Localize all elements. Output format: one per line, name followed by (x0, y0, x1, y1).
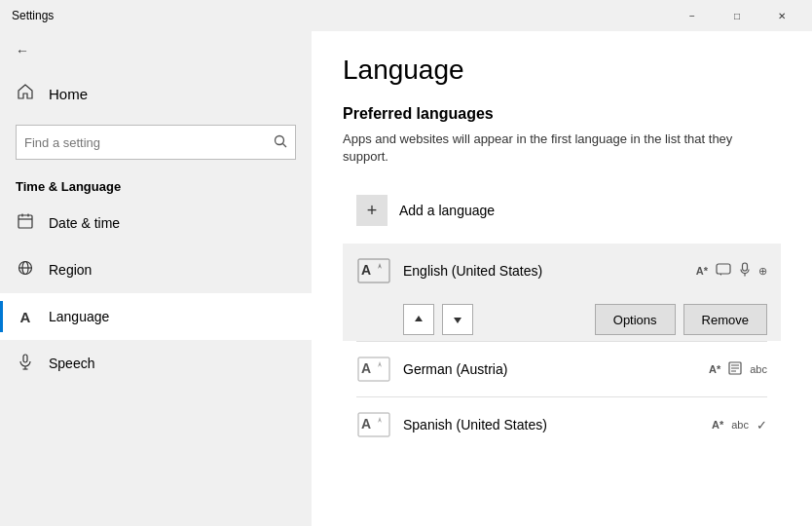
section-description: Apps and websites will appear in the fir… (343, 131, 781, 166)
title-bar-title: Settings (12, 9, 54, 22)
spanish-lang-name: Spanish (United States) (403, 417, 712, 432)
sidebar-label-language: Language (49, 309, 109, 324)
speech-icon (16, 353, 35, 374)
sidebar: ← Home Time & Language (0, 31, 312, 526)
sidebar-label-speech: Speech (49, 356, 94, 371)
plus-icon: + (356, 195, 388, 226)
language-controls: Options Remove (343, 298, 781, 341)
svg-text:A: A (361, 262, 371, 278)
german-feat-text: A* (709, 363, 720, 375)
region-icon (16, 259, 35, 281)
english-feat-mic (739, 262, 751, 281)
home-icon (16, 83, 35, 104)
language-item-german[interactable]: A German (Austria) A* abc (343, 342, 781, 396)
title-bar-controls: − □ ✕ (670, 0, 804, 31)
german-lang-icon: A (356, 352, 391, 387)
language-item-english[interactable]: A English (United States) A* (343, 244, 781, 298)
svg-rect-14 (717, 264, 730, 274)
spanish-feat-text: A* (712, 419, 723, 431)
english-feat-chat (716, 263, 731, 280)
search-icon (274, 134, 287, 151)
remove-button[interactable]: Remove (683, 304, 767, 335)
svg-text:A: A (361, 360, 371, 376)
sidebar-item-speech[interactable]: Speech (0, 340, 312, 387)
english-lang-name: English (United States) (403, 263, 696, 279)
spanish-feat-abc: abc (731, 419, 749, 431)
sidebar-label-date-time: Date & time (49, 215, 120, 231)
minimize-button[interactable]: − (670, 0, 715, 31)
back-arrow-icon: ← (16, 43, 29, 58)
home-nav-item[interactable]: Home (0, 70, 312, 117)
spanish-lang-icon: A (356, 407, 391, 442)
sidebar-section-title: Time & Language (0, 168, 312, 200)
spanish-lang-features: A* abc ✓ (712, 418, 767, 432)
move-up-button[interactable] (403, 304, 434, 335)
add-language-button[interactable]: + Add a language (343, 185, 508, 236)
search-input[interactable] (24, 135, 274, 150)
title-bar-left: Settings (8, 9, 670, 22)
english-feat-extra: ⊕ (758, 265, 767, 278)
options-button[interactable]: Options (595, 304, 676, 335)
main-panel: Language Preferred languages Apps and we… (312, 31, 812, 526)
language-item-spanish[interactable]: A Spanish (United States) A* abc ✓ (343, 397, 781, 452)
app-body: ← Home Time & Language (0, 31, 812, 526)
german-feat-edit (728, 361, 742, 378)
add-language-label: Add a language (399, 203, 495, 218)
svg-rect-2 (18, 215, 32, 228)
english-lang-features: A* ⊕ (696, 262, 767, 281)
preferred-languages-title: Preferred languages (343, 105, 781, 123)
search-box[interactable] (16, 125, 296, 160)
sidebar-label-region: Region (49, 262, 92, 278)
maximize-button[interactable]: □ (715, 0, 759, 31)
spanish-feat-check: ✓ (757, 418, 767, 432)
close-button[interactable]: ✕ (759, 0, 804, 31)
move-down-button[interactable] (442, 304, 473, 335)
svg-rect-15 (743, 263, 748, 271)
title-bar: Settings − □ ✕ (0, 0, 812, 31)
date-time-icon (16, 212, 35, 234)
svg-text:A: A (361, 416, 371, 432)
back-button[interactable]: ← (0, 31, 312, 70)
sidebar-item-date-time[interactable]: Date & time (0, 200, 312, 246)
svg-rect-9 (23, 355, 27, 362)
english-lang-icon: A (356, 253, 391, 288)
page-title: Language (343, 55, 781, 86)
english-feat-text: A* (696, 265, 708, 277)
german-lang-features: A* abc (709, 361, 767, 378)
german-lang-name: German (Austria) (403, 361, 709, 377)
language-icon: A (16, 309, 35, 325)
sidebar-item-language[interactable]: A Language (0, 293, 312, 340)
svg-point-0 (276, 135, 284, 144)
svg-line-1 (283, 143, 287, 147)
sidebar-item-region[interactable]: Region (0, 246, 312, 293)
home-label: Home (49, 86, 88, 102)
german-feat-abc: abc (750, 363, 767, 375)
